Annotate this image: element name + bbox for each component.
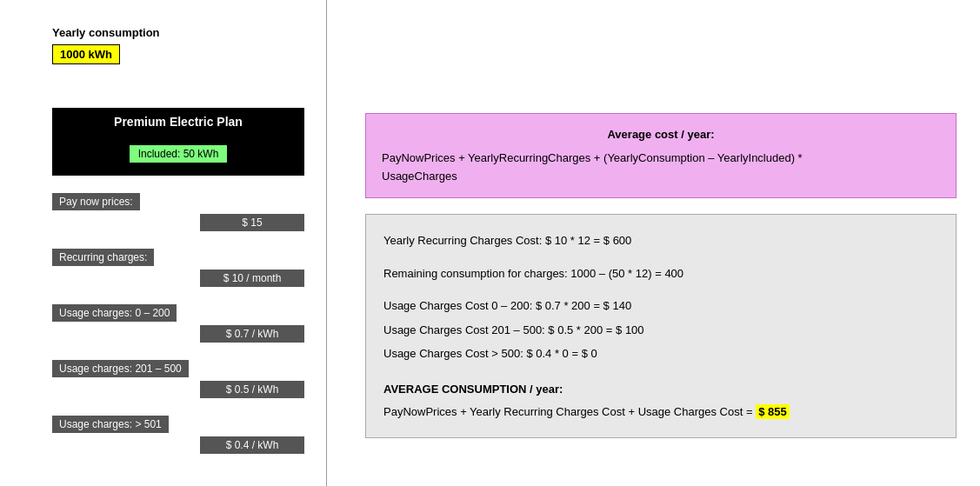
usage-cost-2: Usage Charges Cost 201 – 500: $ 0.5 * 20… [383,320,938,340]
avg-cost-formula: PayNowPrices + YearlyRecurringCharges + … [382,150,940,186]
right-panel: Average cost / year: PayNowPrices + Year… [365,113,957,438]
final-value: $ 855 [756,404,790,419]
avg-cost-box: Average cost / year: PayNowPrices + Year… [365,113,957,198]
final-formula-row: PayNowPrices + Yearly Recurring Charges … [383,402,938,422]
usage1-value: $ 0.7 / kWh [200,325,304,343]
yearly-consumption-value: 1000 kWh [52,44,120,64]
remaining-row: Remaining consumption for charges: 1000 … [383,263,938,283]
usage2-label: Usage charges: 201 – 500 [52,360,189,377]
usage3-label: Usage charges: > 501 [52,416,169,433]
plan-name: Premium Electric Plan [52,108,304,136]
left-panel: Yearly consumption 1000 kWh Premium Elec… [52,26,304,454]
yearly-consumption-label: Yearly consumption [52,26,304,39]
usage1-label: Usage charges: 0 – 200 [52,304,177,322]
calc-box: Yearly Recurring Charges Cost: $ 10 * 12… [365,214,957,438]
final-formula-prefix: PayNowPrices + Yearly Recurring Charges … [383,405,756,418]
usage3-value: $ 0.4 / kWh [200,436,304,454]
vertical-divider [326,0,327,486]
avg-cost-formula-text: PayNowPrices + YearlyRecurringCharges + … [382,151,803,183]
usage2-value: $ 0.5 / kWh [200,381,304,398]
recurring-value: $ 10 / month [200,270,304,287]
pay-now-label: Pay now prices: [52,193,140,210]
yearly-recurring-row: Yearly Recurring Charges Cost: $ 10 * 12… [383,230,938,250]
usage-cost-1: Usage Charges Cost 0 – 200: $ 0.7 * 200 … [383,296,938,316]
recurring-label: Recurring charges: [52,249,154,266]
avg-consumption-title: AVERAGE CONSUMPTION / year: [383,379,938,399]
pay-now-value: $ 15 [200,214,304,231]
usage-cost-3: Usage Charges Cost > 500: $ 0.4 * 0 = $ … [383,343,938,363]
included-badge: Included: 50 kWh [129,144,229,163]
avg-cost-title: Average cost / year: [382,126,940,144]
